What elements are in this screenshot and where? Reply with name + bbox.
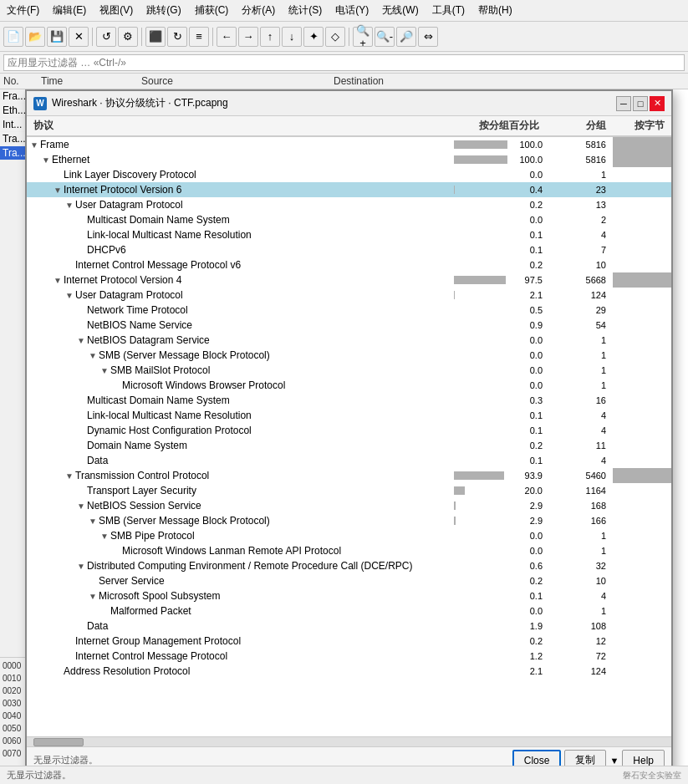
table-row[interactable]: Link-local Multicast Name Resolution0.14 — [27, 408, 671, 423]
percent-value: 0.0 — [511, 606, 543, 616]
proto-name-cell: ▼Frame — [27, 139, 454, 150]
table-row[interactable]: ▼User Datagram Protocol0.213 — [27, 197, 671, 212]
dialog-minimize-button[interactable]: ─ — [616, 96, 631, 111]
table-row[interactable]: Server Service0.210 — [27, 573, 671, 588]
toolbar-filter-list[interactable]: ≡ — [189, 27, 209, 47]
toolbar-stop[interactable]: ⬛ — [145, 27, 166, 47]
proto-name-label: Link-local Multicast Name Resolution — [87, 229, 252, 241]
proto-toggle-icon[interactable]: ▼ — [100, 532, 110, 541]
proto-frames-cell: 5816 — [546, 155, 613, 165]
table-row[interactable]: Data1.9108 — [27, 619, 671, 634]
table-row[interactable]: Link-local Multicast Name Resolution0.14 — [27, 227, 671, 242]
proto-toggle-icon[interactable]: ▼ — [89, 351, 99, 360]
toolbar-back[interactable]: ← — [217, 27, 237, 47]
proto-toggle-icon[interactable]: ▼ — [54, 276, 64, 285]
table-row[interactable]: Network Time Protocol0.529 — [27, 303, 671, 318]
proto-toggle-icon[interactable]: ▼ — [54, 186, 64, 195]
toolbar-unmark[interactable]: ◇ — [325, 27, 345, 47]
table-row[interactable]: Multicast Domain Name System0.316 — [27, 393, 671, 408]
scrollbar-thumb[interactable] — [33, 738, 84, 746]
table-row[interactable]: ▼Distributed Computing Environment / Rem… — [27, 558, 671, 573]
table-row[interactable]: Multicast Domain Name System0.02 — [27, 212, 671, 227]
table-row[interactable]: ▼Frame100.05816 — [27, 137, 671, 152]
table-row[interactable]: Internet Control Message Protocol v60.21… — [27, 257, 671, 272]
table-row[interactable]: Address Resolution Protocol2.1124 — [27, 664, 671, 679]
table-row[interactable]: ▼SMB Pipe Protocol0.01 — [27, 528, 671, 543]
proto-toggle-icon[interactable]: ▼ — [42, 155, 52, 165]
table-row[interactable]: ▼Microsoft Spool Subsystem0.14 — [27, 588, 671, 603]
toolbar-goto[interactable]: ↑ — [260, 27, 280, 47]
table-row[interactable]: Microsoft Windows Lanman Remote API Prot… — [27, 543, 671, 558]
toolbar-forward[interactable]: → — [238, 27, 258, 47]
dialog-close-button[interactable]: ✕ — [650, 96, 665, 111]
toolbar-scrolldown[interactable]: ↓ — [282, 27, 302, 47]
toolbar-close[interactable]: ✕ — [69, 27, 89, 47]
menu-edit[interactable]: 编辑(E) — [49, 2, 89, 19]
toolbar-zoom-out[interactable]: 🔍- — [375, 27, 395, 47]
toolbar-new[interactable]: 📄 — [3, 27, 23, 47]
menu-tools[interactable]: 工具(T) — [429, 2, 468, 19]
toolbar-zoom-in[interactable]: 🔍+ — [353, 27, 373, 47]
table-row[interactable]: ▼NetBIOS Session Service2.9168 — [27, 498, 671, 513]
menu-statistics[interactable]: 统计(S) — [285, 2, 325, 19]
table-row[interactable]: Dynamic Host Configuration Protocol0.14 — [27, 423, 671, 438]
toolbar-reload[interactable]: ↺ — [96, 27, 116, 47]
table-row[interactable]: ▼Transmission Control Protocol93.95460 — [27, 468, 671, 483]
menu-view[interactable]: 视图(V) — [96, 2, 136, 19]
menu-go[interactable]: 跳转(G) — [143, 2, 184, 19]
proto-toggle-icon[interactable]: ▼ — [65, 471, 75, 481]
table-row[interactable]: ▼Internet Protocol Version 497.55668 — [27, 272, 671, 288]
table-row[interactable]: Data0.14 — [27, 453, 671, 468]
help-button[interactable]: Help — [622, 750, 665, 766]
proto-name-cell: Internet Control Message Protocol — [27, 650, 454, 662]
proto-name-label: Server Service — [99, 575, 165, 587]
table-row[interactable]: ▼NetBIOS Datagram Service0.01 — [27, 333, 671, 348]
table-row[interactable]: Malformed Packet0.01 — [27, 603, 671, 619]
table-row[interactable]: ▼Ethernet100.05816 — [27, 152, 671, 167]
proto-toggle-icon[interactable]: ▼ — [77, 336, 87, 345]
proto-toggle-icon[interactable]: ▼ — [65, 201, 75, 210]
toolbar-zoom-normal[interactable]: 🔎 — [396, 27, 416, 47]
dialog-maximize-button[interactable]: □ — [633, 96, 648, 111]
percent-bar-container — [454, 215, 507, 225]
proto-toggle-icon[interactable]: ▼ — [30, 140, 40, 150]
toolbar-save[interactable]: 💾 — [47, 27, 67, 47]
proto-toggle-icon[interactable]: ▼ — [65, 291, 75, 300]
toolbar-capture-options[interactable]: ⚙ — [118, 27, 138, 47]
menu-wireless[interactable]: 无线(W) — [379, 2, 421, 19]
table-row[interactable]: Microsoft Windows Browser Protocol0.01 — [27, 378, 671, 393]
proto-toggle-icon[interactable]: ▼ — [77, 562, 87, 571]
toolbar-mark[interactable]: ✦ — [303, 27, 324, 47]
proto-percent-cell: 0.1 — [454, 425, 546, 435]
table-row[interactable]: NetBIOS Name Service0.954 — [27, 318, 671, 333]
table-row[interactable]: ▼SMB MailSlot Protocol0.01 — [27, 363, 671, 378]
table-row[interactable]: ▼User Datagram Protocol2.1124 — [27, 288, 671, 303]
proto-toggle-icon[interactable]: ▼ — [77, 501, 87, 511]
table-row[interactable]: Internet Group Management Protocol0.212 — [27, 634, 671, 649]
menu-analyze[interactable]: 分析(A) — [238, 2, 278, 19]
toolbar-restart[interactable]: ↻ — [167, 27, 187, 47]
protocol-table-scroll[interactable]: ▼Frame100.05816▼Ethernet100.05816Link La… — [27, 137, 671, 736]
close-button[interactable]: Close — [512, 750, 562, 766]
table-row[interactable]: Domain Name System0.211 — [27, 438, 671, 453]
table-row[interactable]: DHCPv60.17 — [27, 242, 671, 257]
menu-telephony[interactable]: 电话(Y) — [332, 2, 372, 19]
horizontal-scrollbar[interactable] — [27, 736, 671, 746]
table-row[interactable]: Internet Control Message Protocol1.272 — [27, 649, 671, 664]
table-row[interactable]: Transport Layer Security20.01164 — [27, 483, 671, 498]
table-row[interactable]: ▼Internet Protocol Version 60.423 — [27, 182, 671, 197]
proto-frames-cell: 54 — [546, 320, 613, 330]
toolbar-open[interactable]: 📂 — [25, 27, 45, 47]
copy-button[interactable]: 复制 — [564, 750, 606, 766]
proto-toggle-icon[interactable]: ▼ — [89, 517, 99, 526]
toolbar-resize[interactable]: ⇔ — [418, 27, 438, 47]
table-row[interactable]: ▼SMB (Server Message Block Protocol)2.91… — [27, 513, 671, 528]
proto-toggle-icon[interactable]: ▼ — [100, 366, 110, 375]
menu-help[interactable]: 帮助(H) — [475, 2, 516, 19]
proto-toggle-icon[interactable]: ▼ — [89, 592, 99, 601]
table-row[interactable]: Link Layer Discovery Protocol0.01 — [27, 167, 671, 182]
menu-file[interactable]: 文件(F) — [3, 2, 43, 19]
menu-capture[interactable]: 捕获(C) — [191, 2, 232, 19]
table-row[interactable]: ▼SMB (Server Message Block Protocol)0.01 — [27, 348, 671, 363]
filter-input[interactable] — [3, 54, 685, 71]
